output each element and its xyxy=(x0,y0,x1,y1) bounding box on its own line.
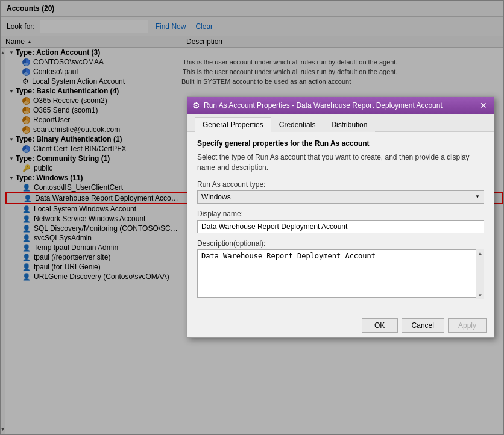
description-wrapper: ▲ ▼ xyxy=(197,249,484,299)
dialog-icon: ⚙ xyxy=(192,101,200,110)
description-group: Description(optional): ▲ ▼ xyxy=(197,239,484,299)
dialog-body: Specify general properties for the Run A… xyxy=(187,132,494,313)
run-as-type-group: Run As account type: Windows ▼ xyxy=(197,180,484,204)
run-as-type-label: Run As account type: xyxy=(197,180,484,189)
section-title: Specify general properties for the Run A… xyxy=(197,139,484,148)
run-as-type-value: Windows xyxy=(201,193,231,201)
apply-button[interactable]: Apply xyxy=(448,318,487,333)
dialog-title-bar: ⚙ Run As Account Properties - Data Wareh… xyxy=(187,97,494,114)
dialog-title-left: ⚙ Run As Account Properties - Data Wareh… xyxy=(192,101,443,110)
description-textarea[interactable] xyxy=(197,249,484,298)
dialog-footer: OK Cancel Apply xyxy=(187,313,494,337)
dropdown-arrow-icon: ▼ xyxy=(475,194,480,199)
display-name-group: Display name: xyxy=(197,210,484,233)
ok-button[interactable]: OK xyxy=(362,318,398,333)
display-name-input[interactable] xyxy=(197,220,484,233)
cancel-button[interactable]: Cancel xyxy=(402,318,444,333)
dialog-title: Run As Account Properties - Data Warehou… xyxy=(204,101,443,110)
run-as-account-dialog: ⚙ Run As Account Properties - Data Wareh… xyxy=(187,96,494,338)
scrollbar-up-icon: ▲ xyxy=(477,249,484,257)
display-name-label: Display name: xyxy=(197,210,484,218)
dialog-tabs: General Properties Credentials Distribut… xyxy=(187,114,494,132)
dialog-close-button[interactable]: ✕ xyxy=(478,100,489,111)
description-label: Description(optional): xyxy=(197,239,484,248)
tab-credentials[interactable]: Credentials xyxy=(271,117,324,132)
scrollbar-down-icon: ▼ xyxy=(477,292,484,299)
modal-overlay: ⚙ Run As Account Properties - Data Wareh… xyxy=(0,0,504,435)
textarea-scrollbar: ▲ ▼ xyxy=(476,249,484,299)
tab-distribution[interactable]: Distribution xyxy=(323,117,375,132)
run-as-type-dropdown[interactable]: Windows ▼ xyxy=(197,190,484,204)
dialog-description: Select the type of Run As account that y… xyxy=(197,152,484,173)
tab-general-properties[interactable]: General Properties xyxy=(195,117,271,132)
